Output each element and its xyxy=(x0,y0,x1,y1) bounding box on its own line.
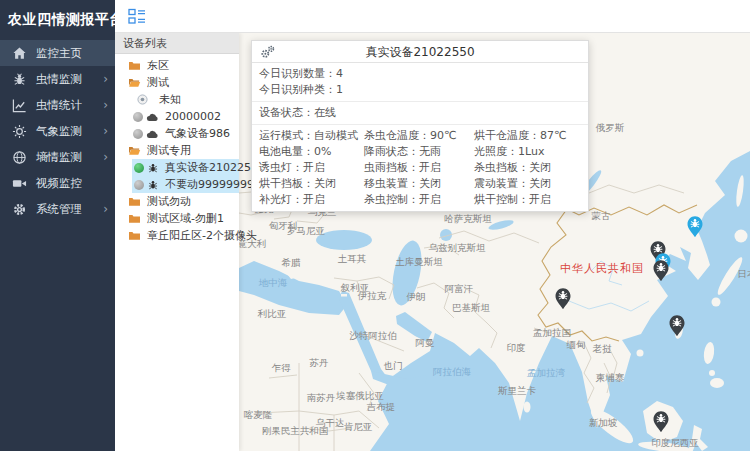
popup-field: 运行模式：自动模式 xyxy=(259,128,364,144)
tree-folder-test-dedicated[interactable]: 测试专用 xyxy=(115,142,239,159)
chart-icon xyxy=(12,98,27,113)
device-info-popup: 真实设备21022550 今日识别数量：4 今日识别种类：1 设备状态：在线 运… xyxy=(251,40,589,212)
popup-stat: 今日识别数量：4 xyxy=(259,66,588,82)
folder-closed-icon xyxy=(128,213,141,224)
device-tree: 东区 测试 未知 20000002 气象设备986 xyxy=(115,54,239,244)
radio-icon xyxy=(137,94,148,105)
tree-item-label: 测试勿动 xyxy=(147,194,191,209)
tree-item-real-device[interactable]: 真实设备21022550 xyxy=(132,159,239,176)
popup-field: 烘干仓温度：87℃ xyxy=(474,128,588,144)
chevron-right-icon: › xyxy=(103,203,108,215)
sidebar-item-label: 视频监控 xyxy=(36,176,82,191)
tree-folder-test-region[interactable]: 测试区域-勿删1 xyxy=(115,210,239,227)
cloud-icon xyxy=(146,112,159,122)
folder-closed-icon xyxy=(128,230,141,241)
status-dot-offline xyxy=(133,129,143,139)
popup-title: 真实设备21022550 xyxy=(365,45,474,59)
tree-item-unknown[interactable]: 未知 xyxy=(115,91,239,108)
app-title: 农业四情测报平台 xyxy=(0,0,115,38)
sidebar-item-weather-monitor[interactable]: 气象监测 › xyxy=(0,118,115,144)
sidebar: 农业四情测报平台 监控主页 虫情监测 › 虫情统计 › 气象监测 › xyxy=(0,0,115,451)
popup-device-status: 设备状态：在线 xyxy=(259,105,588,121)
tree-folder-test[interactable]: 测试 xyxy=(115,74,239,91)
tree-item-device-20000002[interactable]: 20000002 xyxy=(115,108,239,125)
device-list-header: 设备列表 xyxy=(115,33,239,54)
device-list-panel: 设备列表 东区 测试 未知 20000002 气 xyxy=(115,33,239,451)
popup-field: 降雨状态：无雨 xyxy=(364,144,474,160)
folder-closed-icon xyxy=(128,196,141,207)
popup-status-section: 设备状态：在线 xyxy=(252,102,588,125)
chevron-right-icon: › xyxy=(103,73,108,85)
popup-field: 光照度：1Lux xyxy=(474,144,588,160)
sidebar-item-video-monitor[interactable]: 视频监控 xyxy=(0,170,115,196)
tree-item-label: 气象设备986 xyxy=(165,126,230,141)
tree-item-label: 真实设备21022550 xyxy=(165,160,265,175)
status-dot-online xyxy=(134,163,144,173)
sidebar-item-label: 虫情监测 xyxy=(36,72,82,87)
top-bar xyxy=(115,0,750,33)
tree-toggle-icon[interactable] xyxy=(128,8,146,25)
chevron-right-icon: › xyxy=(103,125,108,137)
tree-item-weather-device-986[interactable]: 气象设备986 xyxy=(115,125,239,142)
popup-detail-grid: 运行模式：自动模式 杀虫仓温度：90℃ 烘干仓温度：87℃ 电池电量：0% 降雨… xyxy=(252,125,588,211)
settings-gears-icon[interactable] xyxy=(260,44,276,60)
bug-icon xyxy=(147,179,159,191)
folder-open-icon xyxy=(128,145,141,156)
tree-item-label: 东区 xyxy=(147,58,169,73)
home-icon xyxy=(12,46,27,61)
tree-item-label: 章丘阳丘区-2个摄像头 xyxy=(147,228,257,243)
sidebar-menu: 监控主页 虫情监测 › 虫情统计 › 气象监测 › 墒情监测 › xyxy=(0,40,115,222)
popup-field: 烘干控制：开启 xyxy=(474,192,588,208)
sidebar-item-label: 墒情监测 xyxy=(36,150,82,165)
popup-field: 烘干挡板：关闭 xyxy=(259,176,364,192)
sidebar-item-insect-monitor[interactable]: 虫情监测 › xyxy=(0,66,115,92)
popup-field: 虫雨挡板：开启 xyxy=(364,160,474,176)
chevron-right-icon: › xyxy=(103,99,108,111)
sidebar-item-soil-monitor[interactable]: 墒情监测 › xyxy=(0,144,115,170)
sidebar-item-label: 监控主页 xyxy=(36,46,82,61)
sidebar-item-label: 气象监测 xyxy=(36,124,82,139)
tree-item-label: 20000002 xyxy=(165,110,221,123)
tree-folder-zhangqiu[interactable]: 章丘阳丘区-2个摄像头 xyxy=(115,227,239,244)
app-window: 农业四情测报平台 监控主页 虫情监测 › 虫情统计 › 气象监测 › xyxy=(0,0,750,451)
sun-icon xyxy=(12,124,27,139)
gear-icon xyxy=(12,202,27,217)
chevron-right-icon: › xyxy=(103,151,108,163)
tree-item-label: 不要动99999999 xyxy=(165,177,254,192)
sidebar-item-label: 系统管理 xyxy=(36,202,82,217)
tree-item-do-not-move-device[interactable]: 不要动99999999 xyxy=(132,176,239,193)
folder-closed-icon xyxy=(128,60,141,71)
status-dot-offline xyxy=(134,180,144,190)
tree-item-label: 测试区域-勿删1 xyxy=(147,211,224,226)
popup-field: 杀虫仓温度：90℃ xyxy=(364,128,474,144)
globe-icon xyxy=(12,150,27,165)
popup-field: 电池电量：0% xyxy=(259,144,364,160)
popup-field: 杀虫挡板：关闭 xyxy=(474,160,588,176)
sidebar-item-insect-stats[interactable]: 虫情统计 › xyxy=(0,92,115,118)
bug-icon xyxy=(12,72,27,87)
folder-open-icon xyxy=(128,77,141,88)
popup-field: 震动装置：关闭 xyxy=(474,176,588,192)
cloud-icon xyxy=(146,129,159,139)
popup-field: 补光灯：开启 xyxy=(259,192,364,208)
tree-item-label: 测试 xyxy=(147,75,169,90)
bug-icon xyxy=(147,162,159,174)
tree-item-label: 测试专用 xyxy=(147,143,191,158)
sidebar-item-system-settings[interactable]: 系统管理 › xyxy=(0,196,115,222)
sidebar-item-label: 虫情统计 xyxy=(36,98,82,113)
popup-header: 真实设备21022550 xyxy=(252,41,588,63)
video-camera-icon xyxy=(12,176,27,191)
popup-stat: 今日识别种类：1 xyxy=(259,82,588,98)
tree-item-label: 未知 xyxy=(159,92,181,107)
popup-field: 杀虫控制：开启 xyxy=(364,192,474,208)
popup-field: 移虫装置：关闭 xyxy=(364,176,474,192)
tree-folder-east[interactable]: 东区 xyxy=(115,57,239,74)
tree-folder-test-no-touch[interactable]: 测试勿动 xyxy=(115,193,239,210)
status-dot-offline xyxy=(133,112,143,122)
sidebar-item-home[interactable]: 监控主页 xyxy=(0,40,115,66)
popup-stats-section: 今日识别数量：4 今日识别种类：1 xyxy=(252,63,588,102)
popup-field: 诱虫灯：开启 xyxy=(259,160,364,176)
